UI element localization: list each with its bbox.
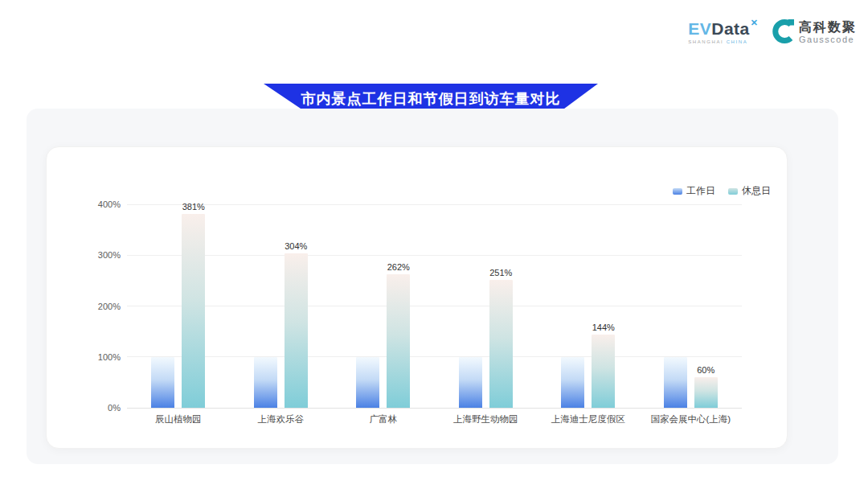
bar-column bbox=[151, 204, 174, 408]
gausscode-icon bbox=[771, 18, 795, 47]
bar-group: 251% bbox=[435, 204, 538, 408]
bar-休息日[interactable] bbox=[182, 214, 205, 408]
legend-label: 工作日 bbox=[686, 184, 715, 198]
bar-休息日[interactable] bbox=[285, 253, 308, 408]
bar-group: 304% bbox=[230, 204, 333, 408]
bar-column bbox=[254, 204, 277, 408]
value-label: 262% bbox=[387, 262, 410, 272]
chart-card: 工作日休息日 400%300%200%100%0% 381%304%262%25… bbox=[46, 146, 788, 449]
value-label: 381% bbox=[182, 202, 205, 212]
bar-column: 304% bbox=[285, 204, 308, 408]
value-label: 304% bbox=[285, 241, 307, 251]
bar-工作日[interactable] bbox=[664, 357, 687, 408]
y-tick-label: 200% bbox=[98, 302, 121, 311]
bar-column: 251% bbox=[489, 204, 513, 408]
y-tick-label: 100% bbox=[98, 352, 121, 362]
gausscode-cn-text: 高科数聚 bbox=[799, 20, 857, 35]
bar-工作日[interactable] bbox=[459, 357, 482, 408]
legend-item-休息日[interactable]: 休息日 bbox=[728, 184, 771, 198]
bar-column bbox=[664, 204, 687, 408]
evdata-logo: EV Data ✕ SHANGHAI CHINA bbox=[688, 20, 758, 44]
x-axis-label: 辰山植物园 bbox=[127, 413, 230, 425]
bar-column bbox=[356, 204, 379, 408]
plot-area: 381%304%262%251%144%60% bbox=[127, 204, 742, 408]
x-axis-label: 广富林 bbox=[332, 413, 435, 425]
x-axis-label: 上海野生动物园 bbox=[435, 413, 538, 425]
bar-group: 381% bbox=[127, 204, 230, 408]
bar-group: 262% bbox=[332, 204, 435, 408]
y-tick-label: 0% bbox=[108, 403, 121, 413]
legend-label: 休息日 bbox=[742, 184, 771, 198]
bar-column: 60% bbox=[694, 204, 718, 408]
gausscode-logo: 高科数聚 Gausscode bbox=[771, 18, 857, 47]
bar-column: 381% bbox=[182, 204, 205, 408]
logo-bar: EV Data ✕ SHANGHAI CHINA 高科数聚 Gausscode bbox=[688, 18, 857, 47]
evdata-ev-text: EV bbox=[688, 20, 711, 37]
x-axis-label: 上海欢乐谷 bbox=[230, 413, 333, 425]
value-label: 60% bbox=[697, 365, 714, 375]
bar-column: 262% bbox=[387, 204, 410, 408]
evdata-subtext-china: CHINA bbox=[727, 39, 748, 44]
bar-column: 144% bbox=[592, 204, 615, 408]
x-axis-label: 国家会展中心(上海) bbox=[640, 413, 743, 425]
x-axis-labels: 辰山植物园上海欢乐谷广富林上海野生动物园上海迪士尼度假区国家会展中心(上海) bbox=[127, 413, 742, 425]
bar-group: 60% bbox=[640, 204, 743, 408]
bar-group: 144% bbox=[537, 204, 640, 408]
evdata-x-icon: ✕ bbox=[751, 18, 758, 27]
evdata-subtext: SHANGHAI CHINA bbox=[688, 39, 747, 44]
evdata-wordmark: EV Data ✕ bbox=[688, 20, 758, 37]
gausscode-en-text: Gausscode bbox=[799, 35, 857, 44]
evdata-subtext-shanghai: SHANGHAI bbox=[688, 39, 723, 44]
bar-column bbox=[561, 204, 584, 408]
value-label: 144% bbox=[592, 323, 615, 332]
bar-休息日[interactable] bbox=[592, 335, 615, 408]
bar-工作日[interactable] bbox=[254, 357, 277, 408]
bar-休息日[interactable] bbox=[387, 274, 410, 408]
bar-休息日[interactable] bbox=[694, 377, 718, 408]
x-axis-label: 上海迪士尼度假区 bbox=[537, 413, 640, 425]
evdata-data-text: Data bbox=[711, 20, 750, 37]
bar-工作日[interactable] bbox=[561, 357, 584, 408]
page: EV Data ✕ SHANGHAI CHINA 高科数聚 Gausscode bbox=[0, 0, 868, 489]
y-tick-label: 400% bbox=[98, 199, 121, 209]
bar-groups: 381%304%262%251%144%60% bbox=[127, 204, 742, 408]
value-label: 251% bbox=[489, 268, 512, 277]
legend-swatch bbox=[728, 188, 738, 195]
legend-swatch bbox=[673, 188, 682, 195]
y-axis-labels: 400%300%200%100%0% bbox=[64, 204, 121, 408]
bar-column bbox=[459, 204, 482, 408]
chart-legend: 工作日休息日 bbox=[673, 184, 771, 198]
chart-title: 市内景点工作日和节假日到访车量对比 bbox=[301, 89, 561, 109]
bar-休息日[interactable] bbox=[489, 280, 513, 408]
legend-item-工作日[interactable]: 工作日 bbox=[673, 184, 715, 198]
bar-工作日[interactable] bbox=[356, 357, 379, 408]
y-tick-label: 300% bbox=[98, 250, 121, 260]
bar-工作日[interactable] bbox=[151, 357, 174, 408]
gausscode-text: 高科数聚 Gausscode bbox=[799, 20, 857, 44]
